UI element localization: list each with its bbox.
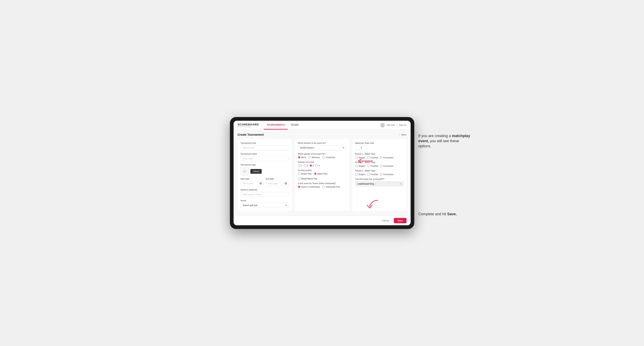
gender-mens[interactable]: Mens bbox=[298, 156, 306, 159]
rounds-4[interactable]: 4 bbox=[315, 164, 320, 167]
round2-foursomes-label: Foursomes bbox=[383, 165, 394, 167]
tablet-screen: SCOREBOARD Powered by clippit TOURNAMENT… bbox=[234, 121, 410, 225]
save-button[interactable]: Save bbox=[394, 218, 406, 223]
round3-fourball-label: Fourball bbox=[370, 173, 378, 175]
round3-singles[interactable]: Singles bbox=[355, 173, 365, 175]
max-team-input[interactable] bbox=[355, 145, 368, 150]
cancel-button[interactable]: Cancel bbox=[379, 218, 392, 223]
venue-label: Venue bbox=[240, 199, 289, 202]
app-header: SCOREBOARD Powered by clippit TOURNAMENT… bbox=[234, 121, 410, 130]
round3-fourball-radio[interactable] bbox=[367, 173, 370, 175]
round1-singles-radio[interactable] bbox=[355, 156, 358, 159]
max-team-group: Maximum Team Size bbox=[355, 142, 404, 150]
gender-mens-radio[interactable] bbox=[298, 156, 300, 159]
annotation-bottom: Complete and hit Save. bbox=[418, 212, 472, 217]
teams-radio[interactable] bbox=[298, 185, 300, 188]
round3-options: Singles Fourball Foursomes bbox=[355, 173, 404, 175]
individuals-option[interactable]: Individuals Only bbox=[322, 185, 340, 188]
end-date-input[interactable] bbox=[266, 181, 289, 186]
page-title: Create Tournament bbox=[238, 133, 264, 136]
round1-label: Round 1 - Match Type bbox=[355, 153, 404, 155]
max-team-label: Maximum Team Size bbox=[355, 142, 404, 144]
tournament-name-input[interactable] bbox=[240, 156, 289, 161]
scoring-stroke[interactable]: Stroke Play bbox=[298, 173, 312, 175]
teams-option[interactable]: Teams (+Individuals) bbox=[298, 185, 320, 188]
round2-fourball-label: Fourball bbox=[370, 165, 378, 167]
api-group: Use third-party live scoring API? Leader… bbox=[355, 178, 404, 186]
annotation-bottom-text1: Complete and hit bbox=[418, 212, 447, 216]
upload-button[interactable]: Upload bbox=[250, 169, 262, 174]
rounds-1[interactable]: 1 bbox=[298, 164, 302, 167]
rounds-3-label: 3 bbox=[313, 165, 314, 167]
scoring-match-radio[interactable] bbox=[314, 173, 316, 175]
individuals-radio[interactable] bbox=[322, 185, 325, 188]
rounds-group: Number of rounds 1 2 bbox=[298, 161, 346, 167]
tournament-name-label: Tournament name bbox=[240, 153, 289, 155]
gender-combined-radio[interactable] bbox=[322, 156, 325, 159]
rounds-label: Number of rounds bbox=[298, 161, 346, 163]
round3-foursomes[interactable]: Foursomes bbox=[380, 173, 394, 175]
tournament-logo-label: Tournament logo bbox=[240, 164, 289, 166]
rounds-3-radio[interactable] bbox=[310, 164, 312, 167]
round2-foursomes-radio[interactable] bbox=[380, 165, 382, 167]
middle-column: Which division is the event for? NCAA Di… bbox=[295, 139, 349, 211]
rounds-2-radio[interactable] bbox=[304, 164, 306, 167]
round1-foursomes-radio[interactable] bbox=[380, 156, 382, 159]
venue-select[interactable]: Search golf club bbox=[240, 203, 289, 208]
signout-link[interactable]: Sign out bbox=[399, 124, 406, 126]
logo-placeholder bbox=[240, 167, 249, 175]
division-select[interactable]: NCAA Division I bbox=[298, 145, 346, 150]
brand-logo: SCOREBOARD Powered by clippit bbox=[238, 123, 259, 128]
rounds-2[interactable]: 2 bbox=[304, 164, 308, 167]
scoring-label: Scoring system bbox=[298, 169, 346, 172]
scoring-medal-radio[interactable] bbox=[298, 177, 300, 180]
form-grid: Tournament Host Tournament name Tourname… bbox=[238, 139, 406, 211]
annotation-bottom-bold: Save. bbox=[447, 212, 457, 216]
form-footer: Cancel Save bbox=[234, 216, 410, 225]
tournament-host-group: Tournament Host bbox=[240, 142, 289, 150]
gender-mens-label: Mens bbox=[301, 156, 306, 159]
round3-fourball[interactable]: Fourball bbox=[367, 173, 378, 175]
sponsor-input[interactable] bbox=[240, 192, 289, 197]
tab-tournaments[interactable]: TOURNAMENTS bbox=[264, 121, 288, 130]
rounds-4-radio[interactable] bbox=[315, 164, 318, 167]
tournament-host-input[interactable] bbox=[240, 145, 289, 150]
scoring-medal[interactable]: Medal Match Play bbox=[298, 177, 318, 180]
teams-label-text: Teams (+Individuals) bbox=[301, 186, 320, 188]
back-link[interactable]: ← Back bbox=[398, 133, 406, 136]
nav-tabs: TOURNAMENTS TEAMS bbox=[264, 121, 302, 130]
tablet-frame: SCOREBOARD Powered by clippit TOURNAMENT… bbox=[230, 117, 414, 229]
gender-womens-radio[interactable] bbox=[308, 156, 311, 159]
round2-foursomes[interactable]: Foursomes bbox=[380, 165, 394, 167]
teams-radio-group: Teams (+Individuals) Individuals Only bbox=[298, 185, 346, 188]
round3-singles-label: Singles bbox=[358, 173, 365, 175]
round3-label: Round 3 - Match Type bbox=[355, 170, 404, 172]
individuals-label-text: Individuals Only bbox=[326, 186, 340, 188]
round3-foursomes-radio[interactable] bbox=[380, 173, 382, 175]
annotation-right-text1: If you are creating a bbox=[418, 134, 452, 138]
header-right: Test User | Sign out bbox=[380, 123, 406, 128]
round1-foursomes[interactable]: Foursomes bbox=[380, 156, 394, 159]
rounds-1-label: 1 bbox=[301, 165, 302, 167]
scoring-match[interactable]: Match Play bbox=[314, 173, 328, 175]
scoring-stroke-radio[interactable] bbox=[298, 173, 300, 175]
left-column: Tournament Host Tournament name Tourname… bbox=[238, 139, 292, 211]
sponsor-label: Sponsor (optional) bbox=[240, 189, 289, 191]
start-date-input[interactable] bbox=[240, 181, 264, 186]
gender-label: Which gender is the event for? bbox=[298, 153, 346, 155]
gender-combined[interactable]: Combined bbox=[322, 156, 335, 159]
round1-foursomes-label: Foursomes bbox=[383, 157, 394, 159]
rounds-1-radio[interactable] bbox=[298, 164, 300, 167]
brand-subtitle: Powered by clippit bbox=[238, 126, 259, 128]
separator: | bbox=[397, 124, 397, 126]
rounds-2-label: 2 bbox=[307, 165, 308, 167]
api-tag-remove[interactable]: × bbox=[375, 183, 376, 185]
gender-womens[interactable]: Womens bbox=[308, 156, 320, 159]
round2-singles-radio[interactable] bbox=[355, 165, 358, 167]
scoring-radio-group: Stroke Play Match Play Medal Match Play bbox=[298, 173, 346, 180]
svg-point-1 bbox=[244, 171, 244, 171]
round3-singles-radio[interactable] bbox=[355, 173, 358, 175]
venue-group: Venue Search golf club bbox=[240, 199, 289, 208]
rounds-3[interactable]: 3 bbox=[310, 164, 314, 167]
tab-teams[interactable]: TEAMS bbox=[288, 121, 302, 130]
